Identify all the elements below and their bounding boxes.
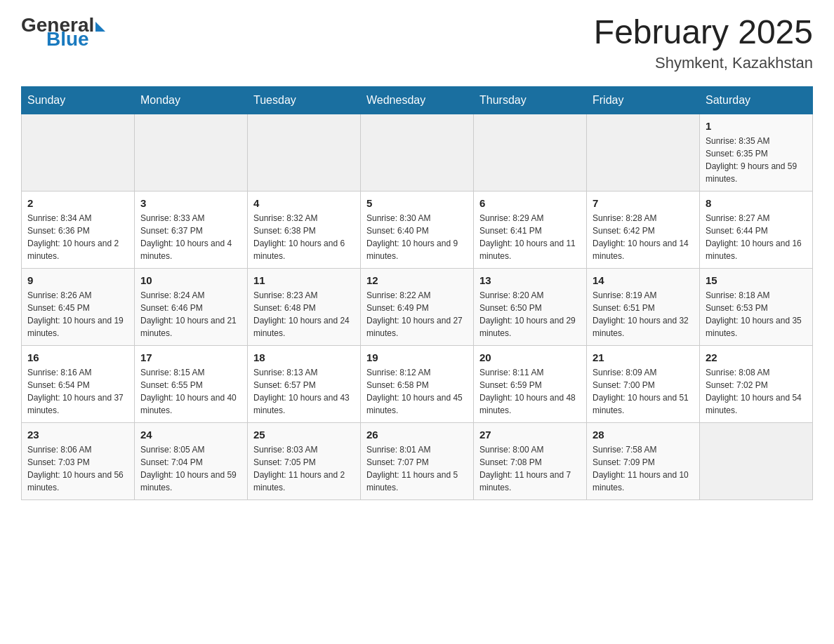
logo: General Blue xyxy=(21,14,105,51)
calendar-cell: 24Sunrise: 8:05 AMSunset: 7:04 PMDayligh… xyxy=(135,422,248,499)
day-info: Sunrise: 8:34 AMSunset: 6:36 PMDaylight:… xyxy=(27,212,128,262)
calendar-week-row: 9Sunrise: 8:26 AMSunset: 6:45 PMDaylight… xyxy=(22,268,813,345)
calendar-cell: 16Sunrise: 8:16 AMSunset: 6:54 PMDayligh… xyxy=(22,345,135,422)
calendar-cell: 28Sunrise: 7:58 AMSunset: 7:09 PMDayligh… xyxy=(587,422,700,499)
calendar-week-row: 2Sunrise: 8:34 AMSunset: 6:36 PMDaylight… xyxy=(22,191,813,268)
day-info: Sunrise: 8:16 AMSunset: 6:54 PMDaylight:… xyxy=(27,366,128,417)
day-number: 28 xyxy=(593,429,694,441)
day-number: 10 xyxy=(140,274,241,286)
day-info: Sunrise: 8:01 AMSunset: 7:07 PMDaylight:… xyxy=(366,443,468,494)
day-number: 1 xyxy=(706,120,807,132)
calendar-cell: 23Sunrise: 8:06 AMSunset: 7:03 PMDayligh… xyxy=(22,422,135,499)
day-number: 17 xyxy=(140,351,241,363)
day-number: 8 xyxy=(706,197,807,209)
calendar-cell: 20Sunrise: 8:11 AMSunset: 6:59 PMDayligh… xyxy=(474,345,587,422)
calendar-cell: 9Sunrise: 8:26 AMSunset: 6:45 PMDaylight… xyxy=(22,268,135,345)
calendar-cell: 3Sunrise: 8:33 AMSunset: 6:37 PMDaylight… xyxy=(135,191,248,268)
header-wednesday: Wednesday xyxy=(361,86,474,114)
day-number: 12 xyxy=(366,274,468,286)
calendar-cell: 21Sunrise: 8:09 AMSunset: 7:00 PMDayligh… xyxy=(587,345,700,422)
day-info: Sunrise: 8:11 AMSunset: 6:59 PMDaylight:… xyxy=(479,366,581,417)
day-info: Sunrise: 8:22 AMSunset: 6:49 PMDaylight:… xyxy=(366,289,468,340)
day-number: 20 xyxy=(479,351,581,363)
calendar-cell: 2Sunrise: 8:34 AMSunset: 6:36 PMDaylight… xyxy=(22,191,135,268)
header-friday: Friday xyxy=(587,86,700,114)
calendar-cell: 4Sunrise: 8:32 AMSunset: 6:38 PMDaylight… xyxy=(248,191,361,268)
day-info: Sunrise: 8:30 AMSunset: 6:40 PMDaylight:… xyxy=(366,212,468,262)
calendar-cell xyxy=(361,114,474,191)
logo-blue-text: Blue xyxy=(46,28,89,51)
calendar-cell xyxy=(22,114,135,191)
day-info: Sunrise: 8:23 AMSunset: 6:48 PMDaylight:… xyxy=(253,289,355,340)
day-number: 21 xyxy=(593,351,694,363)
calendar-cell: 26Sunrise: 8:01 AMSunset: 7:07 PMDayligh… xyxy=(361,422,474,499)
day-number: 3 xyxy=(140,197,241,209)
title-section: February 2025 Shymkent, Kazakhstan xyxy=(594,14,813,72)
header-monday: Monday xyxy=(135,86,248,114)
day-info: Sunrise: 8:20 AMSunset: 6:50 PMDaylight:… xyxy=(479,289,581,340)
logo-arrow-icon xyxy=(95,22,105,32)
day-info: Sunrise: 8:26 AMSunset: 6:45 PMDaylight:… xyxy=(27,289,128,340)
calendar-cell xyxy=(135,114,248,191)
day-info: Sunrise: 8:27 AMSunset: 6:44 PMDaylight:… xyxy=(706,212,807,262)
day-number: 7 xyxy=(593,197,694,209)
calendar-cell: 17Sunrise: 8:15 AMSunset: 6:55 PMDayligh… xyxy=(135,345,248,422)
day-number: 19 xyxy=(366,351,468,363)
location-subtitle: Shymkent, Kazakhstan xyxy=(594,54,813,72)
day-info: Sunrise: 8:33 AMSunset: 6:37 PMDaylight:… xyxy=(140,212,241,262)
day-info: Sunrise: 8:29 AMSunset: 6:41 PMDaylight:… xyxy=(479,212,581,262)
day-number: 27 xyxy=(479,429,581,441)
month-title: February 2025 xyxy=(594,14,813,51)
calendar-cell xyxy=(474,114,587,191)
calendar-cell xyxy=(587,114,700,191)
day-info: Sunrise: 8:00 AMSunset: 7:08 PMDaylight:… xyxy=(479,443,581,494)
calendar-cell: 11Sunrise: 8:23 AMSunset: 6:48 PMDayligh… xyxy=(248,268,361,345)
calendar-cell xyxy=(700,422,813,499)
header-tuesday: Tuesday xyxy=(248,86,361,114)
calendar-cell: 25Sunrise: 8:03 AMSunset: 7:05 PMDayligh… xyxy=(248,422,361,499)
day-number: 24 xyxy=(140,429,241,441)
day-info: Sunrise: 8:13 AMSunset: 6:57 PMDaylight:… xyxy=(253,366,355,417)
calendar-cell: 8Sunrise: 8:27 AMSunset: 6:44 PMDaylight… xyxy=(700,191,813,268)
day-number: 11 xyxy=(253,274,355,286)
calendar-cell: 1Sunrise: 8:35 AMSunset: 6:35 PMDaylight… xyxy=(700,114,813,191)
day-number: 15 xyxy=(706,274,807,286)
day-number: 18 xyxy=(253,351,355,363)
calendar-header: Sunday Monday Tuesday Wednesday Thursday… xyxy=(22,86,813,114)
calendar-cell: 5Sunrise: 8:30 AMSunset: 6:40 PMDaylight… xyxy=(361,191,474,268)
calendar-cell: 13Sunrise: 8:20 AMSunset: 6:50 PMDayligh… xyxy=(474,268,587,345)
day-number: 2 xyxy=(27,197,128,209)
day-info: Sunrise: 8:19 AMSunset: 6:51 PMDaylight:… xyxy=(593,289,694,340)
day-info: Sunrise: 8:06 AMSunset: 7:03 PMDaylight:… xyxy=(27,443,128,494)
day-info: Sunrise: 7:58 AMSunset: 7:09 PMDaylight:… xyxy=(593,443,694,494)
day-number: 13 xyxy=(479,274,581,286)
header-thursday: Thursday xyxy=(474,86,587,114)
day-number: 4 xyxy=(253,197,355,209)
day-number: 16 xyxy=(27,351,128,363)
day-number: 14 xyxy=(593,274,694,286)
day-info: Sunrise: 8:12 AMSunset: 6:58 PMDaylight:… xyxy=(366,366,468,417)
header-saturday: Saturday xyxy=(700,86,813,114)
day-info: Sunrise: 8:03 AMSunset: 7:05 PMDaylight:… xyxy=(253,443,355,494)
day-number: 23 xyxy=(27,429,128,441)
day-info: Sunrise: 8:08 AMSunset: 7:02 PMDaylight:… xyxy=(706,366,807,417)
page-header: General Blue February 2025 Shymkent, Kaz… xyxy=(21,14,813,72)
header-row: Sunday Monday Tuesday Wednesday Thursday… xyxy=(22,86,813,114)
calendar-table: Sunday Monday Tuesday Wednesday Thursday… xyxy=(21,86,813,500)
day-info: Sunrise: 8:09 AMSunset: 7:00 PMDaylight:… xyxy=(593,366,694,417)
day-number: 22 xyxy=(706,351,807,363)
day-info: Sunrise: 8:28 AMSunset: 6:42 PMDaylight:… xyxy=(593,212,694,262)
calendar-cell: 10Sunrise: 8:24 AMSunset: 6:46 PMDayligh… xyxy=(135,268,248,345)
calendar-week-row: 16Sunrise: 8:16 AMSunset: 6:54 PMDayligh… xyxy=(22,345,813,422)
calendar-cell: 22Sunrise: 8:08 AMSunset: 7:02 PMDayligh… xyxy=(700,345,813,422)
day-number: 5 xyxy=(366,197,468,209)
day-number: 25 xyxy=(253,429,355,441)
calendar-cell: 19Sunrise: 8:12 AMSunset: 6:58 PMDayligh… xyxy=(361,345,474,422)
day-info: Sunrise: 8:32 AMSunset: 6:38 PMDaylight:… xyxy=(253,212,355,262)
day-number: 6 xyxy=(479,197,581,209)
calendar-cell: 27Sunrise: 8:00 AMSunset: 7:08 PMDayligh… xyxy=(474,422,587,499)
calendar-cell: 14Sunrise: 8:19 AMSunset: 6:51 PMDayligh… xyxy=(587,268,700,345)
calendar-cell xyxy=(248,114,361,191)
day-info: Sunrise: 8:35 AMSunset: 6:35 PMDaylight:… xyxy=(706,135,807,185)
day-info: Sunrise: 8:18 AMSunset: 6:53 PMDaylight:… xyxy=(706,289,807,340)
